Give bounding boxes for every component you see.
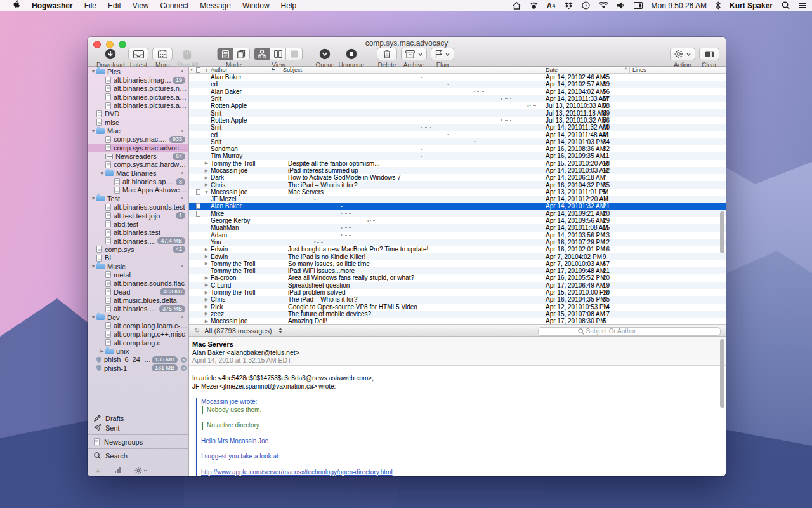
disclosure-triangle[interactable]: ▶: [99, 349, 105, 354]
lines-column-header[interactable]: Lines: [629, 67, 726, 73]
sidebar-item[interactable]: alt.comp.lang.learn.c-c++: [88, 321, 188, 330]
thread-disclosure[interactable]: ▶: [202, 247, 211, 252]
archive-button[interactable]: Archive: [401, 48, 427, 69]
list-row[interactable]: Alan Baker•Apr 14, 20101:32 AM21: [189, 203, 726, 210]
search-field[interactable]: [538, 327, 721, 336]
list-row[interactable]: ▶Tommy the TrollDespite all the fanboi o…: [189, 160, 726, 167]
author-column-header[interactable]: Author: [211, 67, 271, 73]
menu-message[interactable]: Message: [194, 0, 237, 11]
refresh-icon[interactable]: ↻: [194, 326, 200, 335]
sidebar-item[interactable]: ▼Pics: [88, 67, 188, 76]
disclosure-triangle[interactable]: ▼: [90, 315, 96, 319]
quote-link[interactable]: http://www.apple.com/server/macosx/techn…: [201, 469, 393, 476]
list-row[interactable]: ▶EdwinThe iPad is no Kindle Killer!Apr 7…: [189, 253, 726, 260]
paw-icon[interactable]: [530, 2, 538, 10]
sidebar-item[interactable]: Newsreaders64: [88, 152, 188, 160]
sidebar-item-drafts[interactable]: Drafts: [88, 413, 188, 423]
sidebar-item[interactable]: alt.binaries.pictures.nospa…: [88, 84, 188, 93]
view-threads-button[interactable]: [254, 48, 270, 60]
list-row[interactable]: Tommy the TrolliPad WiFi issues...moreAp…: [189, 267, 726, 274]
list-row[interactable]: ▶EdwinJust bought a new MacBook Pro? Tim…: [189, 246, 726, 253]
list-row[interactable]: Snit•Jul 13, 201011:18 AM69: [189, 109, 726, 116]
sidebar-item-newsgroups[interactable]: Newsgroups: [88, 437, 188, 446]
list-row[interactable]: MuahMan•Apr 14, 201011:08 AM15: [189, 224, 726, 231]
remove-icon[interactable]: ×: [181, 357, 187, 363]
clock-icon[interactable]: [582, 1, 590, 10]
sidebar-item[interactable]: alt.comp.lang.c: [88, 338, 188, 347]
sidebar-item[interactable]: comp.sys.mac.hardware.video: [88, 161, 188, 169]
flag-column-header[interactable]: ⚑: [271, 67, 280, 73]
thread-disclosure[interactable]: ▼: [202, 190, 211, 194]
view-pane-button[interactable]: [286, 48, 302, 60]
sidebar-item[interactable]: alt.binaries.test.test47.4 MB: [88, 237, 188, 245]
sidebar-item[interactable]: alt.music.blues.delta: [88, 296, 188, 304]
wifi-icon[interactable]: [599, 2, 608, 9]
disclosure-triangle[interactable]: ▼: [90, 196, 96, 201]
list-row[interactable]: Alan Baker•Apr 14, 20104:02 AM56: [189, 88, 726, 95]
sidebar-item[interactable]: misc: [88, 118, 188, 126]
apple-menu-icon[interactable]: [8, 0, 26, 11]
list-row[interactable]: Sandman•Apr 16, 20108:36 AM32: [189, 145, 726, 152]
list-row[interactable]: ed•Apr 14, 201011:48 AM41: [189, 131, 726, 138]
sidebar-item[interactable]: alt.binaries.pictures.aviation: [88, 93, 188, 101]
sidebar-item[interactable]: BL: [88, 254, 188, 262]
thread-disclosure[interactable]: ▶: [202, 290, 211, 295]
disclosure-triangle[interactable]: ▼: [90, 69, 96, 74]
sidebar-item-search[interactable]: Search: [88, 451, 188, 460]
search-input[interactable]: [586, 328, 681, 335]
stats-icon[interactable]: [115, 467, 121, 473]
window-icon[interactable]: [634, 2, 643, 9]
latest-button[interactable]: Latest: [128, 48, 148, 69]
sidebar-item[interactable]: ▼Mac Binaries: [88, 169, 188, 177]
thread-column-header[interactable]: ↕: [202, 67, 211, 73]
sidebar-item[interactable]: ▼Music: [88, 262, 188, 271]
list-row[interactable]: ▼Mocassin joeMac ServersApr 13, 201011:0…: [189, 189, 726, 196]
a4-icon[interactable]: A4: [547, 2, 555, 9]
mode-binary-button[interactable]: [233, 48, 249, 60]
list-row[interactable]: Alan Baker•Apr 14, 20102:46 AM45: [189, 74, 726, 81]
sidebar-item[interactable]: alt.test.test.jojo1: [88, 211, 188, 220]
list-row[interactable]: Mike•Apr 14, 20109:21 AM20: [189, 210, 726, 217]
bluetooth-icon[interactable]: [716, 1, 721, 10]
list-row[interactable]: ▶DarkHow to Activate GodMode in Windows …: [189, 174, 726, 181]
sidebar-item[interactable]: comp.sys.mac.apps935: [88, 135, 188, 144]
read-column-header[interactable]: ●: [189, 68, 194, 72]
disclosure-triangle[interactable]: ▼: [90, 129, 96, 133]
list-row[interactable]: ▶Tommy the TrollSo many issues, so littl…: [189, 260, 726, 267]
sidebar-item[interactable]: abd.test: [88, 220, 188, 228]
thread-disclosure[interactable]: ▶: [202, 319, 211, 324]
menu-help[interactable]: Help: [275, 0, 303, 11]
list-row[interactable]: ▶Tommy the TrolliPad problem solvedApr 1…: [189, 289, 726, 296]
sidebar-item[interactable]: ▼Dev: [88, 313, 188, 321]
volume-icon[interactable]: [617, 2, 625, 9]
disclosure-triangle[interactable]: ▼: [99, 171, 105, 175]
list-row[interactable]: Snit•Apr 14, 20101:03 PM34: [189, 138, 726, 145]
list-row[interactable]: You•Apr 16, 20107:29 PM12: [189, 239, 726, 246]
list-row[interactable]: ▶Mocassin joeiPad interest summed upApr …: [189, 167, 726, 174]
more-button[interactable]: More: [152, 48, 173, 69]
scope-stepper[interactable]: [278, 328, 282, 333]
thread-disclosure[interactable]: ▶: [202, 276, 211, 281]
menu-edit[interactable]: Edit: [102, 0, 127, 11]
sidebar-action-gear-icon[interactable]: [134, 467, 147, 474]
thread-disclosure[interactable]: ▶: [202, 175, 211, 180]
list-row[interactable]: ▶zeezThe future of mobile devices?Apr 15…: [189, 311, 726, 318]
date-column-header[interactable]: Date: [541, 67, 600, 73]
remove-icon[interactable]: ×: [181, 365, 187, 371]
list-row[interactable]: ed•Apr 14, 20102:57 AM39: [189, 81, 726, 88]
message-scrollbar-thumb[interactable]: [720, 339, 724, 408]
clear-button[interactable]: Clear: [699, 48, 719, 69]
sidebar-item[interactable]: comp.sys42: [88, 245, 188, 253]
thread-disclosure[interactable]: ▶: [202, 161, 211, 166]
list-row[interactable]: Tim Murray•Apr 16, 20109:35 AM11: [189, 152, 726, 159]
list-row[interactable]: ▶Fa-groonArea all Windows fans really st…: [189, 274, 726, 281]
thread-disclosure[interactable]: ▶: [202, 297, 211, 302]
list-row[interactable]: JF Mezei•Apr 14, 201012:20 AM11: [189, 196, 726, 203]
sidebar-item[interactable]: alt.comp.lang.c++.misc: [88, 330, 188, 338]
menu-view[interactable]: View: [127, 0, 155, 11]
sidebar-item[interactable]: alt.binaries.sounds…375 MB: [88, 305, 188, 313]
delete-button[interactable]: Delete: [377, 48, 397, 69]
list-row[interactable]: Rotten Apple•Jul 13, 201010:32 AM56: [189, 117, 726, 124]
list-row[interactable]: ▶ChrisThe iPad – Who is it for?Apr 16, 2…: [189, 181, 726, 188]
sidebar-item[interactable]: DVD: [88, 110, 188, 118]
